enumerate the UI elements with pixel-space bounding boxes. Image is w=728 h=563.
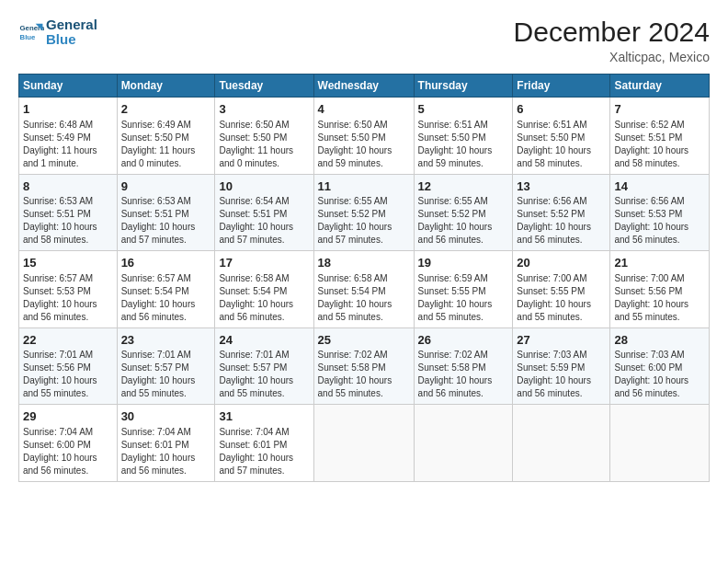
calendar-cell: 21Sunrise: 7:00 AMSunset: 5:56 PMDayligh… [610, 251, 710, 328]
day-info: Sunrise: 6:58 AMSunset: 5:54 PMDaylight:… [318, 272, 410, 324]
day-number: 17 [219, 255, 309, 271]
calendar-cell: 8Sunrise: 6:53 AMSunset: 5:51 PMDaylight… [19, 174, 118, 251]
day-info: Sunrise: 6:53 AMSunset: 5:51 PMDaylight:… [23, 195, 113, 247]
day-info: Sunrise: 7:03 AMSunset: 5:59 PMDaylight:… [517, 349, 606, 400]
header-day-wednesday: Wednesday [313, 75, 414, 98]
calendar-cell: 19Sunrise: 6:59 AMSunset: 5:55 PMDayligh… [414, 251, 513, 328]
day-number: 21 [614, 255, 705, 271]
logo-blue: Blue [46, 31, 97, 48]
calendar-cell: 9Sunrise: 6:53 AMSunset: 5:51 PMDaylight… [117, 174, 215, 251]
day-info: Sunrise: 7:02 AMSunset: 5:58 PMDaylight:… [318, 349, 410, 400]
day-number: 27 [517, 332, 606, 349]
calendar-cell: 4Sunrise: 6:50 AMSunset: 5:50 PMDaylight… [313, 98, 414, 175]
calendar-cell: 3Sunrise: 6:50 AMSunset: 5:50 PMDaylight… [215, 98, 313, 175]
day-number: 5 [418, 101, 509, 118]
calendar-cell: 10Sunrise: 6:54 AMSunset: 5:51 PMDayligh… [215, 174, 313, 251]
calendar-cell: 25Sunrise: 7:02 AMSunset: 5:58 PMDayligh… [313, 327, 414, 405]
day-number: 29 [23, 408, 113, 425]
day-number: 18 [318, 255, 410, 271]
subtitle: Xalticpac, Mexico [514, 50, 710, 64]
day-info: Sunrise: 7:04 AMSunset: 6:00 PMDaylight:… [23, 426, 113, 477]
calendar-cell: 12Sunrise: 6:55 AMSunset: 5:52 PMDayligh… [414, 174, 513, 251]
day-info: Sunrise: 7:00 AMSunset: 5:56 PMDaylight:… [614, 272, 705, 324]
header-day-friday: Friday [513, 75, 610, 98]
day-info: Sunrise: 6:58 AMSunset: 5:54 PMDaylight:… [219, 272, 309, 324]
calendar-cell: 5Sunrise: 6:51 AMSunset: 5:50 PMDaylight… [414, 98, 513, 175]
day-number: 10 [219, 178, 309, 195]
day-info: Sunrise: 7:01 AMSunset: 5:56 PMDaylight:… [23, 349, 113, 400]
day-info: Sunrise: 7:00 AMSunset: 5:55 PMDaylight:… [517, 272, 606, 324]
day-number: 3 [219, 101, 309, 118]
calendar-cell: 22Sunrise: 7:01 AMSunset: 5:56 PMDayligh… [19, 327, 118, 405]
day-number: 2 [121, 101, 211, 118]
calendar-cell [414, 405, 513, 482]
day-number: 1 [23, 101, 113, 118]
calendar-cell: 23Sunrise: 7:01 AMSunset: 5:57 PMDayligh… [117, 327, 215, 405]
day-number: 7 [614, 101, 705, 118]
calendar-cell: 13Sunrise: 6:56 AMSunset: 5:52 PMDayligh… [513, 174, 610, 251]
day-number: 4 [318, 101, 410, 118]
day-number: 30 [121, 408, 211, 425]
calendar-body: 1Sunrise: 6:48 AMSunset: 5:49 PMDaylight… [19, 98, 710, 482]
day-info: Sunrise: 6:52 AMSunset: 5:51 PMDaylight:… [614, 119, 705, 170]
week-row-4: 29Sunrise: 7:04 AMSunset: 6:00 PMDayligh… [19, 405, 710, 482]
calendar-cell: 2Sunrise: 6:49 AMSunset: 5:50 PMDaylight… [117, 98, 215, 175]
day-number: 24 [219, 332, 309, 349]
week-row-3: 22Sunrise: 7:01 AMSunset: 5:56 PMDayligh… [19, 327, 710, 405]
calendar-table: SundayMondayTuesdayWednesdayThursdayFrid… [18, 74, 710, 482]
day-number: 22 [23, 332, 113, 349]
day-info: Sunrise: 6:59 AMSunset: 5:55 PMDaylight:… [418, 272, 509, 324]
calendar-cell: 30Sunrise: 7:04 AMSunset: 6:01 PMDayligh… [117, 405, 215, 482]
calendar-cell: 27Sunrise: 7:03 AMSunset: 5:59 PMDayligh… [513, 327, 610, 405]
week-row-2: 15Sunrise: 6:57 AMSunset: 5:53 PMDayligh… [19, 251, 710, 328]
calendar-cell [610, 405, 710, 482]
day-number: 20 [517, 255, 606, 271]
calendar-header: SundayMondayTuesdayWednesdayThursdayFrid… [19, 75, 710, 98]
day-info: Sunrise: 6:55 AMSunset: 5:52 PMDaylight:… [418, 195, 509, 247]
calendar-cell: 24Sunrise: 7:01 AMSunset: 5:57 PMDayligh… [215, 327, 313, 405]
day-info: Sunrise: 7:04 AMSunset: 6:01 PMDaylight:… [121, 426, 211, 477]
calendar-cell: 11Sunrise: 6:55 AMSunset: 5:52 PMDayligh… [313, 174, 414, 251]
day-number: 23 [121, 332, 211, 349]
calendar-cell: 18Sunrise: 6:58 AMSunset: 5:54 PMDayligh… [313, 251, 414, 328]
day-number: 28 [614, 332, 705, 349]
calendar-cell: 14Sunrise: 6:56 AMSunset: 5:53 PMDayligh… [610, 174, 710, 251]
logo: General Blue General Blue [18, 17, 97, 48]
header-day-tuesday: Tuesday [215, 75, 313, 98]
week-row-0: 1Sunrise: 6:48 AMSunset: 5:49 PMDaylight… [19, 98, 710, 175]
calendar-cell: 20Sunrise: 7:00 AMSunset: 5:55 PMDayligh… [513, 251, 610, 328]
calendar-cell: 29Sunrise: 7:04 AMSunset: 6:00 PMDayligh… [19, 405, 118, 482]
day-number: 26 [418, 332, 509, 349]
calendar-cell: 17Sunrise: 6:58 AMSunset: 5:54 PMDayligh… [215, 251, 313, 328]
day-info: Sunrise: 6:55 AMSunset: 5:52 PMDaylight:… [318, 195, 410, 247]
calendar-cell: 26Sunrise: 7:02 AMSunset: 5:58 PMDayligh… [414, 327, 513, 405]
day-number: 19 [418, 255, 509, 271]
day-info: Sunrise: 6:50 AMSunset: 5:50 PMDaylight:… [219, 119, 309, 170]
day-info: Sunrise: 6:50 AMSunset: 5:50 PMDaylight:… [318, 119, 410, 170]
svg-text:Blue: Blue [20, 33, 37, 41]
day-info: Sunrise: 7:02 AMSunset: 5:58 PMDaylight:… [418, 349, 509, 400]
day-info: Sunrise: 7:03 AMSunset: 6:00 PMDaylight:… [614, 349, 705, 400]
calendar-cell: 31Sunrise: 7:04 AMSunset: 6:01 PMDayligh… [215, 405, 313, 482]
day-info: Sunrise: 6:57 AMSunset: 5:53 PMDaylight:… [23, 272, 113, 324]
calendar-cell [513, 405, 610, 482]
header-day-saturday: Saturday [610, 75, 710, 98]
calendar-cell [313, 405, 414, 482]
day-info: Sunrise: 7:04 AMSunset: 6:01 PMDaylight:… [219, 426, 309, 477]
day-number: 13 [517, 178, 606, 195]
calendar-cell: 1Sunrise: 6:48 AMSunset: 5:49 PMDaylight… [19, 98, 118, 175]
day-number: 6 [517, 101, 606, 118]
day-info: Sunrise: 6:51 AMSunset: 5:50 PMDaylight:… [517, 119, 606, 170]
calendar-cell: 28Sunrise: 7:03 AMSunset: 6:00 PMDayligh… [610, 327, 710, 405]
week-row-1: 8Sunrise: 6:53 AMSunset: 5:51 PMDaylight… [19, 174, 710, 251]
day-info: Sunrise: 6:56 AMSunset: 5:53 PMDaylight:… [614, 195, 705, 247]
day-info: Sunrise: 6:57 AMSunset: 5:54 PMDaylight:… [121, 272, 211, 324]
calendar-cell: 6Sunrise: 6:51 AMSunset: 5:50 PMDaylight… [513, 98, 610, 175]
header-row: SundayMondayTuesdayWednesdayThursdayFrid… [19, 75, 710, 98]
day-info: Sunrise: 6:49 AMSunset: 5:50 PMDaylight:… [121, 119, 211, 170]
day-number: 12 [418, 178, 509, 195]
day-info: Sunrise: 6:51 AMSunset: 5:50 PMDaylight:… [418, 119, 509, 170]
header-day-monday: Monday [117, 75, 215, 98]
day-number: 31 [219, 408, 309, 425]
calendar-cell: 7Sunrise: 6:52 AMSunset: 5:51 PMDaylight… [610, 98, 710, 175]
